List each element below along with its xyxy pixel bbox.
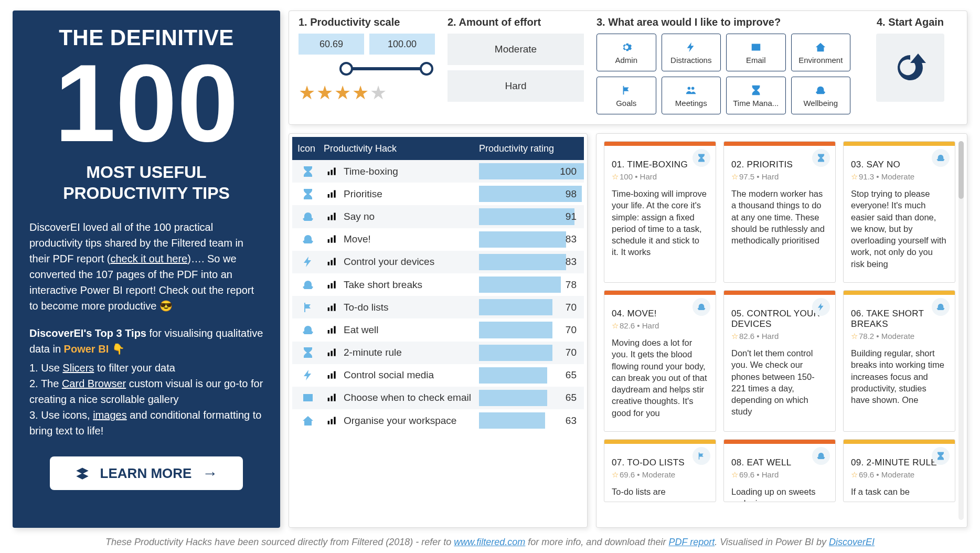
table-row[interactable]: 2-minute rule 70	[292, 342, 584, 364]
hourglass-icon	[292, 188, 324, 200]
hands-icon	[292, 324, 324, 336]
tip-card[interactable]: 01. TIME-BOXING ☆100 • Hard Time-boxing …	[604, 141, 716, 283]
filter-bar: 1. Productivity scale 60.69 100.00 ★★★★★…	[289, 10, 967, 125]
hands-icon	[292, 233, 324, 246]
learn-more-button[interactable]: LEARN MORE →	[50, 456, 243, 490]
effort-option[interactable]: Moderate	[448, 34, 584, 65]
card-description: Moving does a lot for you. It gets the b…	[612, 337, 708, 419]
tip-card[interactable]: 07. TO-DO LISTS ☆69.6 • Moderate To-do l…	[604, 439, 716, 502]
range-slider[interactable]	[299, 60, 435, 77]
table-row[interactable]: To-do lists 70	[292, 296, 584, 318]
tip-card[interactable]: 06. TAKE SHORT BREAKS ☆78.2 • Moderate B…	[843, 290, 955, 432]
effort-option[interactable]: Hard	[448, 70, 584, 102]
card-meta: ☆78.2 • Moderate	[851, 332, 947, 341]
hack-name: Eat well	[340, 324, 479, 336]
table-row[interactable]: Choose when to check email 65	[292, 387, 584, 409]
area-label: Environment	[798, 56, 843, 65]
tip-card[interactable]: 05. CONTROL YOUR DEVICES ☆82.6 • Hard Do…	[723, 290, 836, 432]
rating-cell: 78	[479, 273, 584, 296]
images-link[interactable]: images	[93, 409, 126, 421]
bolt-icon	[812, 298, 830, 316]
tip-card[interactable]: 03. SAY NO ☆91.3 • Moderate Stop trying …	[843, 141, 955, 283]
table-row[interactable]: Prioritise 98	[292, 183, 584, 205]
col-icon: Icon	[292, 143, 324, 154]
area-option-email[interactable]: Email	[726, 34, 786, 71]
card-accent-bar	[724, 440, 835, 444]
table-row[interactable]: Control your devices 83	[292, 251, 584, 273]
pdf-report-footer-link[interactable]: PDF report	[668, 537, 715, 547]
learn-more-label: LEARN MORE	[100, 465, 192, 482]
table-row[interactable]: Control social media 65	[292, 364, 584, 387]
table-row[interactable]: Move! 83	[292, 228, 584, 251]
table-header: Icon Productivity Hack Productivity rati…	[292, 137, 584, 160]
col-rating: Productivity rating	[479, 143, 584, 154]
area-option-distractions[interactable]: Distractions	[662, 34, 721, 71]
slicer-header: 1. Productivity scale	[299, 16, 435, 28]
people-icon	[685, 84, 697, 97]
filtered-link[interactable]: www.filtered.com	[454, 537, 525, 547]
hack-name: Organise your workspace	[340, 415, 479, 427]
area-option-admin[interactable]: Admin	[596, 34, 656, 71]
pdf-report-link[interactable]: check it out here	[110, 253, 187, 264]
hands-icon	[812, 447, 830, 465]
stack-icon	[75, 466, 90, 481]
area-option-wellbeing[interactable]: Wellbeing	[791, 77, 851, 114]
tip-card[interactable]: 09. 2-MINUTE RULE ☆69.6 • Moderate If a …	[843, 439, 955, 502]
hero-subtitle-line1: MOST USEFUL	[29, 162, 263, 183]
rating-cell: 98	[479, 183, 584, 205]
bars-icon	[324, 325, 340, 335]
hands-icon	[292, 210, 324, 223]
tip-card[interactable]: 04. MOVE! ☆82.6 • Hard Moving does a lot…	[604, 290, 716, 432]
area-option-goals[interactable]: Goals	[596, 77, 656, 114]
home-icon	[292, 414, 324, 427]
table-row[interactable]: Time-boxing 100	[292, 160, 584, 183]
table-row[interactable]: Organise your workspace 63	[292, 409, 584, 432]
area-label: Email	[746, 56, 766, 65]
rating-cell: 91	[479, 205, 584, 228]
col-name: Productivity Hack	[324, 143, 479, 154]
hack-table[interactable]: Icon Productivity Hack Productivity rati…	[289, 133, 588, 528]
range-max-input[interactable]: 100.00	[369, 34, 435, 55]
rating-cell: 63	[479, 409, 584, 432]
table-row[interactable]: Say no 91	[292, 205, 584, 228]
table-row[interactable]: Take short breaks 78	[292, 273, 584, 296]
card-accent-bar	[604, 291, 716, 295]
discoverei-link[interactable]: DiscoverEI	[829, 537, 875, 547]
card-browser-link[interactable]: Card Browser	[62, 378, 126, 389]
area-slicer: 3. What area would I like to improve? Ad…	[596, 16, 850, 118]
rating-cell: 70	[479, 296, 584, 318]
hourglass-icon	[932, 447, 950, 465]
tip-card[interactable]: 02. PRIORITIS ☆97.5 • Hard The modern wo…	[723, 141, 836, 283]
card-description: Time-boxing will improve your life. At t…	[612, 188, 708, 258]
tip-card[interactable]: 08. EAT WELL ☆69.6 • Hard Loading up on …	[723, 439, 836, 502]
area-option-meetings[interactable]: Meetings	[662, 77, 721, 114]
card-gallery[interactable]: 01. TIME-BOXING ☆100 • Hard Time-boxing …	[596, 133, 967, 528]
gallery-scrollbar[interactable]	[958, 141, 964, 520]
card-accent-bar	[724, 291, 835, 295]
hack-name: Control social media	[340, 369, 479, 381]
area-label: Distractions	[670, 56, 711, 65]
card-meta: ☆69.6 • Moderate	[851, 470, 947, 480]
hack-name: Take short breaks	[340, 279, 479, 291]
bolt-icon	[292, 256, 324, 268]
start-again-button[interactable]	[876, 34, 944, 102]
mail-icon	[750, 41, 762, 54]
area-option-environment[interactable]: Environment	[791, 34, 851, 71]
productivity-scale-slicer[interactable]: 1. Productivity scale 60.69 100.00 ★★★★★	[299, 16, 435, 118]
hack-name: Prioritise	[340, 188, 479, 200]
effort-slicer: 2. Amount of effort ModerateHard	[448, 16, 584, 118]
range-min-input[interactable]: 60.69	[299, 34, 364, 55]
arrow-right-icon: →	[202, 464, 218, 482]
flag-icon	[693, 447, 710, 465]
hands-icon	[932, 149, 950, 167]
table-row[interactable]: Eat well 70	[292, 318, 584, 341]
area-option-timemana[interactable]: Time Mana...	[726, 77, 786, 114]
hourglass-icon	[292, 346, 324, 359]
bars-icon	[324, 280, 340, 290]
hero-subtitle: MOST USEFUL PRODUCTIVITY TIPS	[29, 162, 263, 204]
card-accent-bar	[844, 291, 955, 295]
slicer-header: 4. Start Again	[863, 16, 957, 28]
card-description: If a task can be	[851, 486, 947, 497]
slicers-link[interactable]: Slicers	[62, 362, 94, 374]
hack-name: To-do lists	[340, 302, 479, 313]
